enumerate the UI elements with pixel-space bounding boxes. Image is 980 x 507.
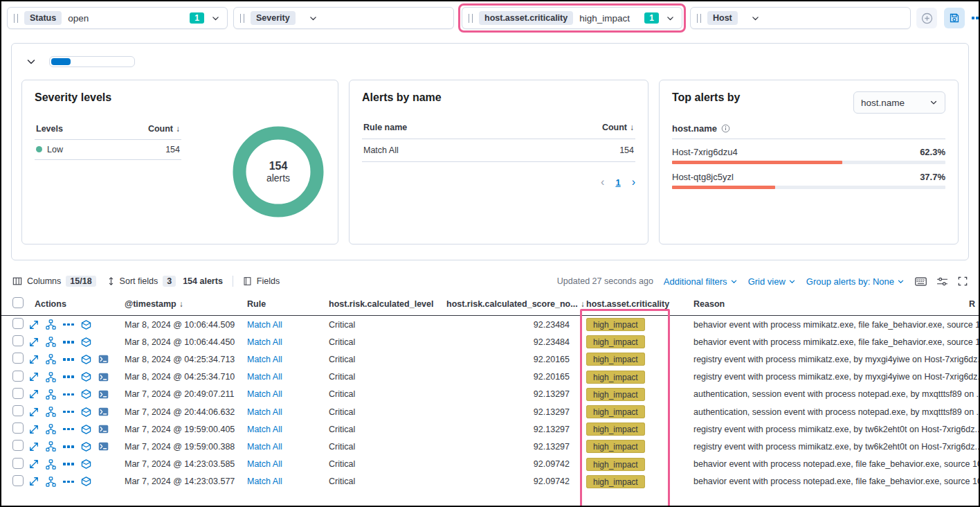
timestamp-header[interactable]: @timestamp↓ [119, 299, 242, 309]
investigate-timeline-icon[interactable] [81, 372, 91, 382]
add-filter-button[interactable] [916, 8, 937, 28]
rule-link[interactable]: Match All [247, 320, 282, 330]
investigate-timeline-icon[interactable] [81, 337, 91, 347]
investigate-timeline-icon[interactable] [81, 477, 91, 486]
group-alerts-by-button[interactable]: Group alerts by: None [806, 276, 905, 287]
investigate-timeline-icon[interactable] [81, 459, 91, 469]
expand-alert-icon[interactable] [29, 320, 39, 330]
sort-fields-button[interactable]: Sort fields 3 [107, 276, 176, 287]
rule-link[interactable]: Match All [247, 372, 282, 382]
analyze-event-icon[interactable] [46, 459, 56, 470]
session-view-icon[interactable] [98, 425, 109, 434]
investigate-timeline-icon[interactable] [81, 389, 91, 399]
more-actions-icon[interactable] [63, 481, 74, 483]
expand-alert-icon[interactable] [29, 477, 39, 486]
reason-header[interactable]: Reason [684, 299, 969, 309]
analyze-event-icon[interactable] [46, 441, 56, 452]
rule-link[interactable]: Match All [247, 425, 282, 434]
rule-link[interactable]: Match All [247, 407, 282, 417]
fullscreen-button[interactable] [958, 276, 968, 286]
investigate-timeline-icon[interactable] [81, 355, 91, 364]
rule-link[interactable]: Match All [247, 389, 282, 399]
row-checkbox[interactable] [12, 458, 24, 469]
more-actions-icon[interactable] [63, 463, 74, 465]
investigate-timeline-icon[interactable] [81, 320, 91, 330]
rule-link[interactable]: Match All [247, 442, 282, 452]
more-actions-icon[interactable] [63, 428, 74, 431]
expand-alert-icon[interactable] [29, 459, 39, 469]
more-actions-icon[interactable] [63, 445, 74, 448]
risk-score-header[interactable]: host.risk.calculated_score_no...↓ [441, 299, 579, 309]
expand-alert-icon[interactable] [29, 389, 39, 399]
top-alerts-field-select[interactable]: host.name [853, 91, 945, 114]
row-checkbox[interactable] [12, 423, 24, 434]
analyze-event-icon[interactable] [46, 337, 56, 347]
expand-alert-icon[interactable] [29, 442, 39, 452]
investigate-timeline-icon[interactable] [81, 425, 91, 434]
chart-view-tab[interactable] [93, 58, 112, 65]
rule-link[interactable]: Match All [247, 459, 282, 469]
drag-handle-icon[interactable] [697, 14, 701, 23]
chevron-down-icon[interactable] [309, 14, 318, 23]
count-sort-header[interactable]: Count↓ [602, 123, 634, 132]
investigate-timeline-icon[interactable] [81, 407, 91, 417]
columns-button[interactable]: Columns 15/18 [12, 276, 96, 287]
filter-pill[interactable]: host.asset.criticality high_impact 1 [462, 7, 682, 29]
row-checkbox[interactable] [12, 335, 24, 346]
risk-level-header[interactable]: host.risk.calculated_level [323, 299, 441, 309]
filter-pill[interactable]: Severity [233, 7, 454, 29]
expand-alert-icon[interactable] [29, 425, 39, 434]
analyze-event-icon[interactable] [46, 354, 56, 364]
next-page-button[interactable]: › [632, 176, 635, 188]
analyze-event-icon[interactable] [46, 477, 56, 487]
drag-handle-icon[interactable] [469, 14, 473, 23]
display-options-button[interactable] [937, 277, 947, 286]
filter-pill[interactable]: Host [690, 7, 911, 29]
analyze-event-icon[interactable] [46, 407, 56, 417]
chevron-down-icon[interactable] [751, 14, 760, 23]
rule-header[interactable]: Rule [242, 299, 323, 309]
row-checkbox[interactable] [12, 405, 24, 416]
row-checkbox[interactable] [12, 371, 24, 382]
fields-button[interactable]: Fields [243, 276, 280, 286]
row-checkbox[interactable] [12, 353, 24, 364]
more-actions-icon[interactable] [63, 323, 74, 326]
analyze-event-icon[interactable] [46, 372, 56, 382]
row-checkbox[interactable] [12, 318, 24, 329]
more-actions-icon[interactable] [63, 375, 74, 378]
more-filter-actions-button[interactable] [972, 17, 980, 19]
session-view-icon[interactable] [98, 355, 109, 364]
analyze-event-icon[interactable] [46, 424, 56, 434]
row-checkbox[interactable] [12, 475, 24, 486]
chart-view-tab[interactable] [51, 58, 71, 65]
investigate-timeline-icon[interactable] [81, 442, 91, 452]
grid-view-button[interactable]: Grid view [748, 276, 796, 287]
session-view-icon[interactable] [98, 390, 109, 399]
expand-alert-icon[interactable] [29, 372, 39, 382]
select-all-checkbox[interactable] [12, 297, 24, 308]
session-view-icon[interactable] [98, 442, 109, 451]
analyze-event-icon[interactable] [46, 319, 56, 330]
criticality-header[interactable]: host.asset.criticality [579, 299, 684, 309]
expand-alert-icon[interactable] [29, 407, 39, 417]
analyze-event-icon[interactable] [46, 389, 56, 400]
chart-view-tab[interactable] [114, 58, 133, 65]
expand-alert-icon[interactable] [29, 355, 39, 364]
expand-alert-icon[interactable] [29, 337, 39, 347]
chevron-down-icon[interactable] [666, 14, 675, 23]
row-checkbox[interactable] [12, 388, 24, 399]
more-actions-icon[interactable] [63, 358, 74, 361]
rule-link[interactable]: Match All [247, 477, 282, 486]
rule-link[interactable]: Match All [247, 337, 282, 347]
prev-page-button[interactable]: ‹ [601, 176, 604, 188]
filter-pill[interactable]: Status open 1 [7, 7, 228, 29]
row-checkbox[interactable] [12, 440, 24, 451]
session-view-icon[interactable] [98, 407, 109, 416]
more-actions-icon[interactable] [63, 411, 74, 413]
session-view-icon[interactable] [98, 373, 109, 382]
rule-link[interactable]: Match All [247, 355, 282, 364]
additional-filters-button[interactable]: Additional filters [664, 276, 738, 287]
count-sort-header[interactable]: Count↓ [148, 124, 180, 134]
drag-handle-icon[interactable] [240, 14, 244, 23]
more-actions-icon[interactable] [63, 393, 74, 396]
